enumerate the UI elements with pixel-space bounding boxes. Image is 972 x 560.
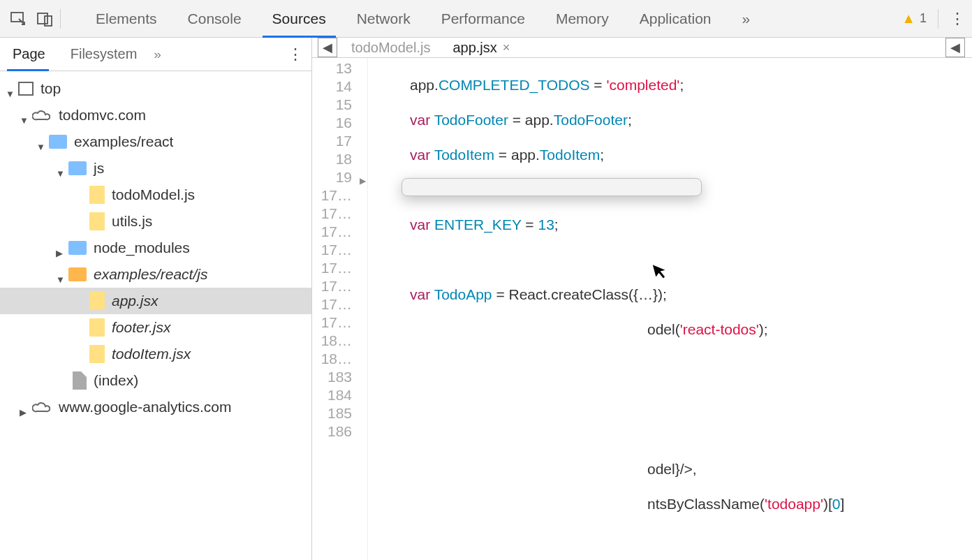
line-number[interactable]: 13 bbox=[312, 59, 367, 78]
tree-file[interactable]: footer.jsx bbox=[0, 314, 311, 341]
sidebar-tabs-overflow[interactable]: » bbox=[154, 47, 161, 62]
tree-label: todomvc.com bbox=[59, 107, 146, 124]
line-number[interactable]: 17… bbox=[312, 223, 367, 241]
tab-elements[interactable]: Elements bbox=[80, 0, 172, 37]
sidebar-header: Page Filesystem » ⋮ bbox=[0, 38, 311, 71]
line-number[interactable]: 185 bbox=[312, 404, 367, 422]
cloud-icon bbox=[32, 400, 52, 414]
tab-network[interactable]: Network bbox=[341, 0, 426, 37]
code-content[interactable]: app.COMPLETED_TODOS = 'completed'; var T… bbox=[368, 58, 844, 560]
svg-rect-0 bbox=[11, 13, 23, 22]
js-file-icon bbox=[89, 186, 105, 204]
line-number[interactable]: 184 bbox=[312, 386, 367, 404]
gutter-context-menu: Add breakpoint Add conditional breakpoin… bbox=[402, 178, 702, 196]
svg-rect-1 bbox=[38, 13, 47, 24]
panel-tabs: Elements Console Sources Network Perform… bbox=[80, 0, 765, 37]
js-file-icon bbox=[89, 345, 105, 363]
line-number[interactable]: 17… bbox=[312, 241, 367, 259]
tabs-overflow[interactable]: » bbox=[726, 0, 765, 37]
tree-label: utils.js bbox=[112, 213, 152, 230]
js-file-icon bbox=[89, 212, 105, 230]
folder-icon bbox=[68, 267, 87, 281]
nav-next-icon[interactable]: ◀ bbox=[945, 38, 965, 57]
tree-node-modules[interactable]: node_modules bbox=[0, 235, 311, 261]
tree-label: js bbox=[94, 160, 104, 177]
svg-rect-2 bbox=[45, 16, 52, 26]
disclosure-icon[interactable] bbox=[36, 137, 46, 147]
frame-icon bbox=[18, 82, 34, 96]
line-number[interactable]: 15 bbox=[312, 96, 367, 114]
tree-label: todoItem.jsx bbox=[112, 346, 191, 362]
tree-label: todoModel.js bbox=[112, 186, 195, 203]
sidebar-kebab-icon[interactable]: ⋮ bbox=[288, 45, 303, 64]
line-gutter[interactable]: 13 14 15 16 17 18 19 17… 17… 17… 17… 17…… bbox=[312, 58, 368, 560]
tree-file-selected[interactable]: app.jsx bbox=[0, 288, 311, 314]
warning-icon: ▲ bbox=[901, 10, 915, 27]
line-number[interactable]: 17… bbox=[312, 259, 367, 277]
line-number[interactable]: 17 bbox=[312, 132, 367, 150]
folder-icon bbox=[68, 241, 87, 255]
tab-memory[interactable]: Memory bbox=[540, 0, 624, 37]
line-number[interactable]: 18… bbox=[312, 332, 367, 350]
separator bbox=[938, 9, 938, 29]
line-number[interactable]: 18 bbox=[312, 150, 367, 168]
warnings-badge[interactable]: ▲ 1 bbox=[901, 10, 927, 27]
js-file-icon bbox=[89, 292, 105, 310]
inspect-element-icon[interactable] bbox=[7, 8, 29, 30]
line-number[interactable]: 14 bbox=[312, 78, 367, 96]
tree-index[interactable]: (index) bbox=[0, 367, 311, 394]
device-toggle-icon[interactable] bbox=[34, 8, 56, 30]
js-file-icon bbox=[89, 318, 105, 337]
tree-domain[interactable]: todomvc.com bbox=[0, 102, 311, 128]
topbar-right: ▲ 1 ⋮ bbox=[901, 9, 965, 29]
tree-top-frame[interactable]: top bbox=[0, 75, 311, 102]
separator bbox=[60, 9, 61, 29]
sidebar-tab-filesystem[interactable]: Filesystem bbox=[58, 38, 150, 71]
tree-label: examples/react bbox=[74, 133, 173, 150]
disclosure-icon[interactable] bbox=[20, 402, 29, 412]
code-pane: 13 14 15 16 17 18 19 17… 17… 17… 17… 17…… bbox=[312, 58, 972, 560]
sidebar-tab-page[interactable]: Page bbox=[0, 38, 58, 71]
nav-prev-icon[interactable]: ◀ bbox=[318, 38, 337, 57]
editor-pane: ◀ todoModel.js app.jsx × ◀ 13 14 15 16 1… bbox=[312, 38, 972, 560]
tree-file[interactable]: todoItem.jsx bbox=[0, 341, 311, 367]
tree-domain[interactable]: www.google-analytics.com bbox=[0, 394, 311, 420]
tab-console[interactable]: Console bbox=[172, 0, 257, 37]
tree-file[interactable]: todoModel.js bbox=[0, 182, 311, 208]
tree-label: www.google-analytics.com bbox=[59, 399, 231, 415]
tree-label: (index) bbox=[94, 372, 138, 389]
settings-kebab-icon[interactable]: ⋮ bbox=[950, 10, 965, 28]
warning-count: 1 bbox=[920, 11, 927, 26]
file-tab-active[interactable]: app.jsx × bbox=[444, 38, 518, 57]
tree-sourcemap-folder[interactable]: examples/react/js bbox=[0, 261, 311, 288]
disclosure-icon[interactable] bbox=[56, 270, 66, 279]
tree-folder-js[interactable]: js bbox=[0, 155, 311, 182]
line-number[interactable]: 17… bbox=[312, 186, 367, 205]
disclosure-icon[interactable] bbox=[20, 110, 29, 120]
line-number[interactable]: 17… bbox=[312, 295, 367, 314]
tab-application[interactable]: Application bbox=[624, 0, 727, 37]
tree-folder[interactable]: examples/react bbox=[0, 128, 311, 155]
tab-performance[interactable]: Performance bbox=[426, 0, 540, 37]
topbar-left bbox=[0, 8, 61, 30]
tree-file[interactable]: utils.js bbox=[0, 208, 311, 235]
line-number[interactable]: 17… bbox=[312, 314, 367, 332]
line-number[interactable]: 17… bbox=[312, 277, 367, 295]
line-number[interactable]: 186 bbox=[312, 422, 367, 441]
line-number[interactable]: 16 bbox=[312, 114, 367, 132]
close-icon[interactable]: × bbox=[503, 40, 510, 55]
file-tree: top todomvc.com examples/react js bbox=[0, 71, 311, 420]
line-number[interactable]: 19 bbox=[312, 168, 367, 186]
tree-label: top bbox=[40, 80, 61, 97]
file-tab-label: todoModel.js bbox=[351, 40, 430, 56]
line-number[interactable]: 183 bbox=[312, 368, 367, 386]
tab-sources[interactable]: Sources bbox=[257, 0, 341, 37]
disclosure-icon[interactable] bbox=[56, 163, 66, 173]
line-number[interactable]: 17… bbox=[312, 205, 367, 223]
document-icon bbox=[73, 371, 87, 390]
disclosure-icon[interactable] bbox=[6, 84, 15, 94]
file-tab-inactive[interactable]: todoModel.js bbox=[343, 38, 439, 57]
line-number[interactable]: 18… bbox=[312, 350, 367, 368]
disclosure-icon[interactable] bbox=[56, 243, 66, 253]
editor-header: ◀ todoModel.js app.jsx × ◀ bbox=[312, 38, 972, 58]
